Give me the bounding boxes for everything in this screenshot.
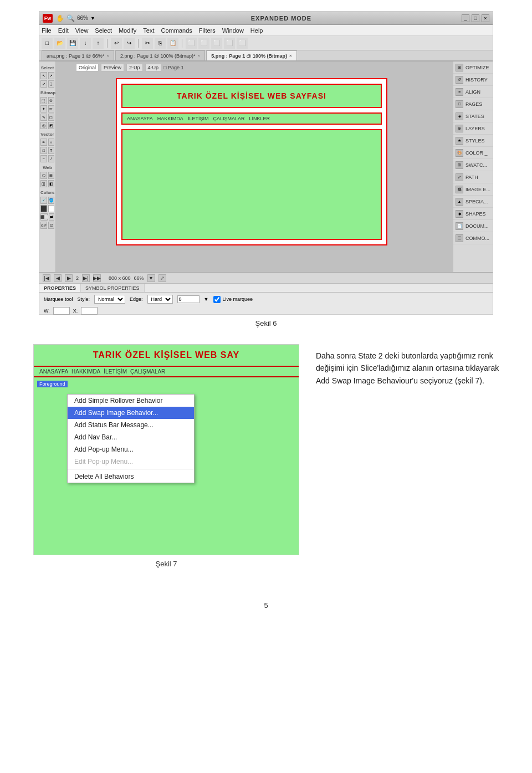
panel-states[interactable]: ◈ STATES bbox=[453, 110, 493, 122]
align-center-btn[interactable]: ⬜ bbox=[198, 38, 209, 49]
ctx-delete-behaviors[interactable]: Delete All Behaviors bbox=[68, 470, 194, 483]
show-slices-btn[interactable]: ◧ bbox=[48, 180, 55, 187]
ctx-add-status-bar[interactable]: Add Status Bar Message... bbox=[68, 419, 194, 431]
restore-button[interactable]: □ bbox=[472, 14, 479, 22]
menu-file[interactable]: File bbox=[42, 27, 52, 34]
width-input[interactable] bbox=[53, 307, 70, 315]
panel-align[interactable]: ≡ ALIGN bbox=[453, 86, 493, 98]
none-color-btn[interactable]: ∅ bbox=[48, 222, 54, 229]
ctx-add-nav-bar[interactable]: Add Nav Bar... bbox=[68, 431, 194, 443]
panel-styles[interactable]: ★ STYLES bbox=[453, 135, 493, 147]
cut-button[interactable]: ✂ bbox=[142, 38, 153, 49]
panel-swatches[interactable]: ⊞ SWATC... bbox=[453, 159, 493, 171]
panel-image-editor[interactable]: 🖼 IMAGE E... bbox=[453, 183, 493, 196]
panel-path[interactable]: ⤢ PATH bbox=[453, 171, 493, 183]
open-button[interactable]: 📂 bbox=[54, 38, 65, 49]
magic-wand-tool[interactable]: ✦ bbox=[40, 105, 47, 112]
new-button[interactable]: □ bbox=[42, 38, 53, 49]
edge-options-btn[interactable]: ▼ bbox=[204, 296, 209, 302]
edge-number-input[interactable] bbox=[177, 295, 200, 303]
fit-btn[interactable]: ⤢ bbox=[158, 274, 166, 282]
tab-close-icon2[interactable]: × bbox=[198, 53, 201, 58]
last-frame-btn[interactable]: ▶▶ bbox=[93, 274, 101, 282]
pen-tool[interactable]: ✒ bbox=[40, 139, 47, 146]
x-input[interactable] bbox=[81, 307, 98, 315]
tab-close-icon3[interactable]: × bbox=[289, 53, 292, 58]
tab-5-png[interactable]: 5.png : Page 1 @ 100% (Bitmap) × bbox=[206, 50, 296, 60]
edge-select[interactable]: Hard bbox=[147, 295, 173, 304]
align-top-btn[interactable]: ⬜ bbox=[224, 38, 235, 49]
ctx-add-popup-menu[interactable]: Add Pop-up Menu... bbox=[68, 443, 194, 455]
align-left-btn[interactable]: ⬜ bbox=[186, 38, 197, 49]
four-up-view-btn[interactable]: 4-Up bbox=[145, 64, 162, 71]
tab-2-png[interactable]: 2.png : Page 1 @ 100% (Bitmap)* × bbox=[115, 50, 205, 60]
rectangle-tool[interactable]: □ bbox=[40, 147, 47, 154]
knife-tool[interactable]: / bbox=[48, 155, 55, 162]
tab-close-icon[interactable]: × bbox=[106, 53, 109, 58]
menu-filters[interactable]: Filters bbox=[199, 27, 216, 34]
stroke-color[interactable] bbox=[40, 205, 47, 212]
hide-slices-btn[interactable]: ◫ bbox=[40, 180, 47, 187]
zoom-dropdown-btn[interactable]: ▼ bbox=[147, 274, 155, 282]
save-button[interactable]: 💾 bbox=[67, 38, 78, 49]
panel-shapes[interactable]: ◆ SHAPES bbox=[453, 208, 493, 220]
properties-tab[interactable]: PROPERTIES bbox=[39, 284, 81, 292]
rubber-stamp-tool[interactable]: ◩ bbox=[48, 122, 55, 129]
import-button[interactable]: ↓ bbox=[80, 38, 91, 49]
two-up-view-btn[interactable]: 2-Up bbox=[126, 64, 143, 71]
gif-document-btn[interactable]: GIF bbox=[40, 222, 47, 229]
default-colors-btn[interactable]: ⬛⬜ bbox=[40, 213, 48, 221]
live-marquee-checkbox[interactable] bbox=[213, 296, 221, 303]
play-btn[interactable]: ▶ bbox=[65, 274, 73, 282]
redo-button[interactable]: ↪ bbox=[124, 38, 135, 49]
undo-button[interactable]: ↩ bbox=[111, 38, 122, 49]
text-tool[interactable]: T bbox=[48, 147, 55, 154]
menu-select[interactable]: Select bbox=[95, 27, 112, 34]
eraser-tool[interactable]: ◻ bbox=[48, 114, 55, 121]
freeform-tool[interactable]: ~ bbox=[40, 155, 47, 162]
eyedropper-tool[interactable]: 💉 bbox=[40, 197, 47, 204]
align-right-btn[interactable]: ⬜ bbox=[211, 38, 222, 49]
panel-color[interactable]: 🎨 COLOR _ bbox=[453, 147, 493, 159]
preview-view-btn[interactable]: Preview bbox=[101, 64, 124, 71]
blur-tool[interactable]: ◎ bbox=[40, 122, 47, 129]
lasso-tool[interactable]: ⊙ bbox=[48, 97, 55, 104]
panel-common[interactable]: ☰ COMMO... bbox=[453, 232, 493, 244]
symbol-properties-tab[interactable]: SYMBOL PROPERTIES bbox=[81, 284, 145, 292]
scale-tool[interactable]: ⤢ bbox=[40, 80, 47, 88]
panel-history[interactable]: ↺ HISTORY bbox=[453, 74, 493, 86]
prev-frame-btn[interactable]: ◀ bbox=[54, 274, 62, 282]
ctx-add-simple-rollover[interactable]: Add Simple Rollover Behavior bbox=[68, 395, 194, 407]
panel-optimize[interactable]: ⊞ OPTIMIZE bbox=[453, 62, 493, 74]
hotspot-tool[interactable]: ⬡ bbox=[40, 172, 47, 179]
brush-tool[interactable]: ✏ bbox=[48, 105, 55, 112]
copy-button[interactable]: ⎘ bbox=[155, 38, 166, 49]
panel-special[interactable]: ▲ SPECIA... bbox=[453, 196, 493, 208]
tab-ana-png[interactable]: ana.png : Page 1 @ 66%* × bbox=[42, 50, 114, 60]
export-button[interactable]: ↑ bbox=[93, 38, 104, 49]
paint-bucket-tool[interactable]: 🪣 bbox=[48, 197, 55, 204]
crop-tool[interactable]: ⌶ bbox=[48, 80, 55, 88]
menu-help[interactable]: Help bbox=[250, 27, 263, 34]
panel-document[interactable]: 📄 DOCUM... bbox=[453, 220, 493, 232]
swap-colors-btn[interactable]: ⇄ bbox=[49, 213, 54, 221]
menu-edit[interactable]: Edit bbox=[58, 27, 69, 34]
style-select[interactable]: Normal bbox=[94, 295, 125, 304]
ctx-add-swap-image[interactable]: Add Swap Image Behavior... bbox=[68, 407, 194, 419]
select-tool[interactable]: ↖ bbox=[40, 72, 47, 79]
close-button[interactable]: × bbox=[482, 14, 489, 22]
align-bottom-btn[interactable]: ⬜ bbox=[237, 38, 248, 49]
minimize-button[interactable]: _ bbox=[462, 14, 469, 22]
vector-path-tool[interactable]: ⟐ bbox=[48, 139, 55, 146]
subselect-tool[interactable]: ↗ bbox=[48, 72, 55, 79]
menu-modify[interactable]: Modify bbox=[119, 27, 136, 34]
menu-view[interactable]: View bbox=[75, 27, 89, 34]
slice-tool[interactable]: ⊞ bbox=[48, 172, 55, 179]
pencil-tool[interactable]: ✎ bbox=[40, 114, 47, 121]
menu-window[interactable]: Window bbox=[222, 27, 244, 34]
panel-pages[interactable]: □ PAGES bbox=[453, 98, 493, 110]
paste-button[interactable]: 📋 bbox=[167, 38, 178, 49]
panel-layers[interactable]: ⊕ LAYERS bbox=[453, 122, 493, 135]
menu-commands[interactable]: Commands bbox=[161, 27, 192, 34]
first-frame-btn[interactable]: |◀ bbox=[43, 274, 50, 282]
